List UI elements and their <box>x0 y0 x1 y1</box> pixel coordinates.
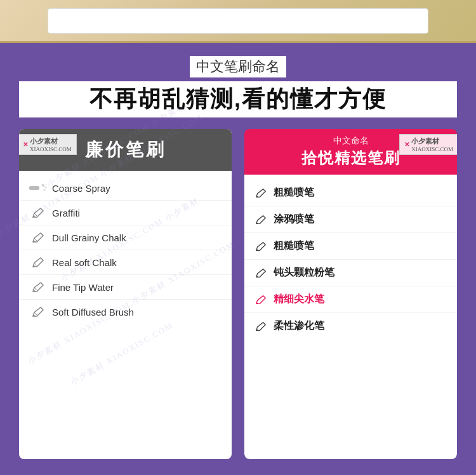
right-brush-name-1: 涂鸦喷笔 <box>274 213 314 226</box>
watermark-name-right: 小夕素材 <box>411 137 453 146</box>
watermark-url-left: XIAOXISC.COM <box>30 146 72 152</box>
brush-name-soft-diffused: Soft Diffused Brush <box>52 307 134 318</box>
svg-marker-25 <box>256 242 265 250</box>
watermark-url-right: XIAOXISC.COM <box>411 146 453 152</box>
right-pencil-icon-3 <box>255 267 267 279</box>
spray-icon <box>29 182 47 194</box>
watermark-badge-left: ✕ 小夕素材 XIAOXISC.COM <box>19 134 77 155</box>
brush-item-fine-tip-water: Fine Tip Water <box>19 275 232 300</box>
brush-name-dull-grainy-chalk: Dull Grainy Chalk <box>52 232 126 243</box>
right-pencil-icon-5 <box>255 320 267 333</box>
main-container: 小夕素材 XIAOXISC.COM 小夕素材 XIAOXISC.COM 小夕素材… <box>0 43 476 475</box>
svg-point-2 <box>45 187 47 189</box>
right-brush-name-2: 粗糙喷笔 <box>274 239 314 253</box>
svg-marker-9 <box>33 233 43 242</box>
svg-marker-29 <box>256 295 265 304</box>
svg-line-19 <box>34 312 37 315</box>
brush-name-coarse-spray: Coarse Spray <box>52 183 110 194</box>
right-brush-item-5: 柔性渗化笔 <box>244 313 457 339</box>
right-brush-item-4: 精细尖水笔 <box>244 286 457 313</box>
top-bar-element <box>48 8 428 34</box>
svg-point-3 <box>44 189 46 191</box>
soft-diffused-icon <box>29 306 47 318</box>
fine-tip-icon <box>29 281 47 293</box>
brush-name-graffiti: Graffiti <box>52 208 80 218</box>
svg-marker-31 <box>256 322 265 330</box>
real-soft-pencil-icon <box>29 257 47 268</box>
brush-item-graffiti: Graffiti <box>19 201 232 225</box>
right-pencil-icon-4 <box>255 293 267 306</box>
left-column: 廉价笔刷 ✕ 小夕素材 XIAOXISC.COM <box>19 129 232 459</box>
right-pencil-icon-2 <box>255 240 267 253</box>
watermark-x-left: ✕ <box>23 141 28 148</box>
watermark-badge-right: ✕ 小夕素材 XIAOXISC.COM <box>399 134 457 155</box>
svg-marker-21 <box>256 189 265 197</box>
brush-item-real-soft-chalk: Real soft Chalk <box>19 250 232 275</box>
graffiti-pencil-icon <box>29 207 47 218</box>
svg-line-10 <box>34 238 37 241</box>
left-brush-list: Coarse Spray Graffiti <box>19 171 232 459</box>
header-main-title: 不再胡乱猜测,看的懂才方便 <box>19 81 457 117</box>
right-brush-name-0: 粗糙喷笔 <box>274 186 314 199</box>
right-column: 中文命名 拾悦精选笔刷 ✕ 小夕素材 XIAOXISC.COM <box>244 129 457 459</box>
right-brush-item-2: 粗糙喷笔 <box>244 233 457 260</box>
svg-rect-0 <box>29 186 39 190</box>
svg-marker-15 <box>33 283 43 291</box>
right-brush-item-3: 钝头颗粒粉笔 <box>244 260 457 286</box>
brush-item-coarse-spray: Coarse Spray <box>19 176 232 201</box>
right-brush-item-0: 粗糙喷笔 <box>244 180 457 206</box>
svg-point-4 <box>41 184 43 185</box>
header-subtitle: 中文笔刷命名 <box>190 56 286 77</box>
right-pencil-icon-1 <box>255 213 267 226</box>
svg-marker-27 <box>256 269 265 277</box>
brush-item-dull-grainy-chalk: Dull Grainy Chalk <box>19 225 232 250</box>
watermark-name-left: 小夕素材 <box>30 137 72 146</box>
svg-line-7 <box>34 213 37 216</box>
svg-marker-23 <box>256 215 265 224</box>
right-brush-list: 粗糙喷笔 涂鸦喷笔 <box>244 175 457 459</box>
svg-marker-12 <box>33 258 43 267</box>
right-brush-name-5: 柔性渗化笔 <box>274 319 324 333</box>
top-strip <box>0 0 476 43</box>
header-section: 中文笔刷命名 不再胡乱猜测,看的懂才方便 <box>19 56 457 117</box>
right-brush-item-1: 涂鸦喷笔 <box>244 206 457 233</box>
watermark-x-right: ✕ <box>404 141 409 148</box>
right-brush-name-3: 钝头颗粒粉笔 <box>274 266 334 279</box>
right-brush-name-4: 精细尖水笔 <box>274 293 324 306</box>
svg-line-16 <box>34 288 37 290</box>
svg-marker-18 <box>33 307 43 316</box>
left-header-label: 廉价笔刷 <box>85 140 166 159</box>
brush-name-fine-tip-water: Fine Tip Water <box>52 282 114 293</box>
svg-line-13 <box>34 263 37 265</box>
svg-point-5 <box>46 184 47 185</box>
dull-pencil-icon <box>29 232 47 243</box>
svg-marker-6 <box>33 208 43 217</box>
right-pencil-icon-0 <box>255 187 267 199</box>
brush-item-soft-diffused: Soft Diffused Brush <box>19 300 232 324</box>
brush-name-real-soft-chalk: Real soft Chalk <box>52 257 117 268</box>
columns-wrapper: 廉价笔刷 ✕ 小夕素材 XIAOXISC.COM <box>19 129 457 459</box>
